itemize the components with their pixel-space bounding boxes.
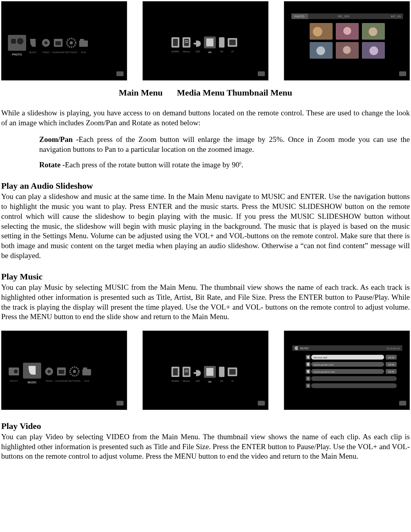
svg-text:Memory: Memory	[183, 380, 190, 382]
svg-text:CALENDAR: CALENDAR	[55, 380, 68, 382]
svg-rect-34	[229, 40, 236, 45]
rotate-body-pre: Each press of the rotate button will rot…	[65, 161, 240, 169]
svg-text:FILE: FILE	[84, 380, 89, 382]
rotate-body-post: .	[241, 161, 243, 169]
svg-text:SD/MMC: SD/MMC	[171, 380, 180, 382]
svg-text:CF: CF	[231, 50, 234, 53]
svg-text:MUSIC: MUSIC	[29, 51, 37, 54]
label-main-menu: Main Menu	[119, 88, 163, 98]
svg-text:03:45: 03:45	[388, 371, 394, 373]
svg-rect-70	[83, 367, 87, 370]
image-row-2: PHOTO MUSIC VIDEO CALENDAR SETTINGS FILE	[1, 331, 410, 410]
svg-rect-16	[80, 39, 84, 41]
svg-text:Memory: Memory	[183, 50, 190, 53]
svg-point-47	[369, 27, 377, 36]
body-audio-slideshow: You can play a slideshow and music at th…	[1, 192, 410, 260]
svg-rect-74	[173, 368, 178, 375]
screenshot-media-menu: SD/MMC Memory USB XD MS CF	[143, 1, 268, 80]
svg-rect-90	[399, 401, 406, 406]
svg-rect-112	[311, 383, 397, 388]
svg-text:03:23: 03:23	[388, 356, 394, 359]
screenshot-main-menu-music: PHOTO MUSIC VIDEO CALENDAR SETTINGS FILE	[1, 331, 127, 410]
svg-rect-78	[185, 370, 188, 371]
svg-text:FILE: FILE	[81, 51, 86, 54]
svg-rect-31	[219, 37, 225, 48]
svg-rect-15	[79, 40, 88, 47]
rotate-item: Rotate -Each press of the rotate button …	[39, 160, 410, 170]
svg-rect-54	[116, 401, 124, 406]
menu-labels-row: Main MenuMedia Menu Thumbnail Menu	[1, 88, 410, 98]
svg-rect-72	[258, 401, 265, 406]
svg-point-7	[44, 41, 48, 44]
svg-rect-83	[206, 368, 213, 376]
svg-point-45	[343, 27, 351, 35]
svg-text:CALENDAR: CALENDAR	[52, 51, 65, 54]
svg-text:VIDEO: VIDEO	[46, 380, 53, 382]
screenshot-media-menu-2: SD/MMC Memory USB XD MS CF	[143, 331, 268, 410]
heading-play-video: Play Video	[1, 421, 410, 431]
svg-text:SD/MMC: SD/MMC	[171, 50, 180, 53]
svg-text:SETTINGS: SETTINGS	[65, 51, 77, 54]
heading-audio-slideshow: Play an Audio Slideshow	[1, 181, 410, 191]
zoom-pan-label: Zoom/Pan -	[39, 135, 79, 144]
body-play-music: You can play Music by selecting MUSIC fr…	[1, 283, 410, 322]
svg-rect-79	[185, 371, 188, 372]
svg-text:MS: MS	[220, 50, 223, 53]
svg-point-53	[369, 46, 378, 55]
rotate-label: Rotate -	[39, 161, 65, 169]
svg-rect-18	[258, 71, 265, 76]
screenshot-thumbnail-menu: PHOTO PIC_JPG INT_1/9	[284, 1, 410, 80]
svg-rect-88	[229, 369, 236, 375]
image-row-1: PHOTO MUSIC VIDEO CALENDAR SETTINGS FILE	[1, 1, 410, 80]
svg-rect-110	[311, 376, 397, 381]
zoom-pan-item: Zoom/Pan -Each press of the Zoom button …	[39, 135, 410, 154]
svg-text:the love.mp3: the love.mp3	[314, 356, 327, 359]
svg-text:USB: USB	[196, 50, 200, 53]
svg-rect-25	[185, 42, 188, 43]
svg-text:CF: CF	[231, 380, 234, 382]
label-media-thumbnail-menu: Media Menu Thumbnail Menu	[177, 88, 292, 98]
svg-text:XD: XD	[208, 51, 212, 54]
svg-text:PHOTO: PHOTO	[10, 380, 18, 382]
intro-paragraph: While a slideshow is playing, you have a…	[1, 108, 410, 128]
svg-text:secret garden.mp3: secret garden.mp3	[314, 364, 334, 366]
body-play-video: You can play Video by selecting VIDEO fr…	[1, 432, 410, 461]
svg-point-61	[48, 370, 51, 373]
svg-text:SETTINGS: SETTINGS	[68, 380, 80, 382]
svg-text:PHOTO: PHOTO	[295, 15, 304, 18]
svg-rect-64	[59, 370, 64, 374]
svg-rect-3	[11, 39, 16, 44]
screenshot-main-menu: PHOTO MUSIC VIDEO CALENDAR SETTINGS FILE	[1, 1, 127, 80]
svg-text:PIC_JPG: PIC_JPG	[338, 15, 349, 18]
svg-text:XD: XD	[208, 381, 212, 383]
svg-text:MUSIC: MUSIC	[300, 347, 309, 350]
screenshot-music-list: MUSIC 01.01.09 1/1 the love.mp3 03:23	[284, 331, 410, 410]
svg-rect-29	[206, 38, 213, 46]
svg-rect-0	[116, 71, 124, 76]
svg-rect-1	[8, 35, 26, 51]
svg-text:MS: MS	[220, 380, 223, 382]
svg-rect-85	[219, 367, 225, 377]
heading-play-music: Play Music	[1, 272, 410, 282]
svg-point-67	[73, 370, 76, 373]
svg-rect-69	[82, 369, 91, 375]
svg-point-56	[14, 369, 18, 373]
svg-point-13	[70, 41, 73, 44]
svg-text:MUSIC: MUSIC	[28, 381, 37, 384]
svg-point-43	[313, 27, 322, 36]
svg-text:secret garden2.mp3: secret garden2.mp3	[314, 371, 335, 373]
svg-text:03:34: 03:34	[388, 364, 394, 366]
svg-point-2	[17, 38, 23, 44]
svg-point-51	[343, 46, 351, 54]
svg-text:USB: USB	[196, 380, 200, 382]
svg-text:INT_1/9: INT_1/9	[391, 15, 401, 18]
svg-rect-10	[55, 41, 61, 45]
svg-text:01.01.09   1/1: 01.01.09 1/1	[387, 347, 400, 350]
svg-rect-24	[185, 40, 188, 41]
svg-rect-20	[173, 39, 178, 46]
svg-text:PHOTO: PHOTO	[12, 53, 22, 56]
zoom-pan-body: Each press of the Zoom button will enlar…	[39, 135, 410, 153]
svg-rect-36	[399, 71, 406, 76]
svg-text:VIDEO: VIDEO	[42, 51, 50, 54]
svg-point-49	[316, 46, 325, 55]
